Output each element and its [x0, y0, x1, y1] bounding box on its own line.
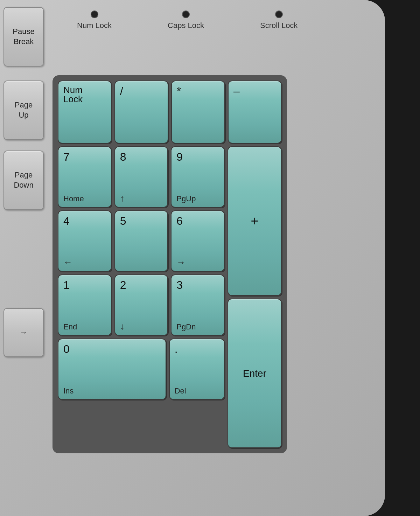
scroll-lock-led — [275, 11, 283, 18]
key-1[interactable]: 1 End — [58, 274, 112, 336]
enter-key[interactable]: Enter — [227, 299, 282, 448]
num-lock-key-label: NumLock — [63, 85, 106, 104]
multiply-label: * — [177, 85, 219, 97]
num-lock-label: Num Lock — [77, 21, 112, 30]
key-4[interactable]: 4 ← — [58, 210, 112, 272]
key-6-main: 6 — [176, 215, 219, 226]
pause-break-key[interactable]: PauseBreak — [4, 7, 44, 67]
key-dot-sub: Del — [175, 387, 219, 395]
page-up-label: PageUp — [15, 100, 33, 120]
key-7-sub: Home — [63, 195, 106, 203]
key-9[interactable]: 9 PgUp — [171, 146, 225, 208]
num-lock-key[interactable]: NumLock — [58, 81, 112, 144]
plus-label: + — [251, 214, 258, 229]
numpad-inner: NumLock / * – 7 — [58, 81, 282, 448]
numpad-row-4: 1 End 2 ↓ 3 PgDn — [58, 274, 225, 336]
key-dot[interactable]: . Del — [169, 339, 225, 400]
key-6[interactable]: 6 → — [171, 210, 225, 272]
key-8-sub: ↑ — [120, 194, 163, 203]
minus-key[interactable]: – — [228, 81, 282, 144]
scroll-lock-group: Scroll Lock — [260, 11, 298, 30]
numpad-row-1: NumLock / * – — [58, 81, 282, 144]
key-0-sub: Ins — [63, 387, 161, 395]
arrow-right-label: → — [20, 328, 28, 338]
key-4-sub: ← — [63, 258, 106, 267]
key-7-main: 7 — [63, 151, 106, 162]
caps-lock-group: Caps Lock — [168, 11, 204, 30]
numpad-row-2: 7 Home 8 ↑ 9 PgUp — [58, 146, 225, 208]
key-1-sub: End — [63, 323, 106, 331]
key-1-main: 1 — [63, 279, 106, 291]
key-9-main: 9 — [176, 151, 219, 162]
divide-label: / — [120, 85, 163, 97]
minus-label: – — [233, 85, 276, 97]
numpad-row-5: 0 Ins . Del — [58, 339, 225, 400]
key-5[interactable]: 5 — [114, 210, 168, 272]
arrow-right-key[interactable]: → — [4, 308, 44, 357]
key-0-main: 0 — [63, 343, 161, 355]
caps-lock-label: Caps Lock — [168, 21, 204, 30]
numpad: NumLock / * – 7 — [52, 75, 287, 453]
num-lock-led — [91, 11, 98, 18]
key-8[interactable]: 8 ↑ — [114, 146, 168, 208]
right-column: + Enter — [227, 146, 282, 448]
key-0[interactable]: 0 Ins — [58, 339, 166, 400]
led-area: Num Lock Caps Lock Scroll Lock — [77, 11, 298, 30]
key-9-sub: PgUp — [176, 195, 219, 203]
key-2-sub: ↓ — [120, 322, 163, 331]
numpad-row-3: 4 ← 5 6 → — [58, 210, 225, 272]
page-up-key[interactable]: PageUp — [4, 81, 44, 140]
key-4-main: 4 — [63, 215, 106, 226]
divide-key[interactable]: / — [114, 81, 168, 144]
key-3-sub: PgDn — [176, 323, 219, 331]
key-3[interactable]: 3 PgDn — [171, 274, 225, 336]
scroll-lock-label: Scroll Lock — [260, 21, 298, 30]
key-8-main: 8 — [120, 151, 163, 162]
key-6-sub: → — [176, 258, 219, 267]
rows-2-5-wrapper: 7 Home 8 ↑ 9 PgUp — [58, 146, 282, 448]
multiply-key[interactable]: * — [171, 81, 225, 144]
key-3-main: 3 — [176, 279, 219, 291]
key-2[interactable]: 2 ↓ — [114, 274, 168, 336]
pause-break-label: PauseBreak — [13, 27, 34, 47]
rows-2-5-main: 7 Home 8 ↑ 9 PgUp — [58, 146, 225, 448]
enter-label: Enter — [243, 368, 266, 379]
caps-lock-led — [182, 11, 190, 18]
num-lock-group: Num Lock — [77, 11, 112, 30]
plus-key[interactable]: + — [227, 146, 282, 296]
key-5-main: 5 — [120, 215, 163, 226]
page-down-label: PageDown — [14, 170, 33, 190]
key-dot-main: . — [175, 343, 219, 355]
key-7[interactable]: 7 Home — [58, 146, 112, 208]
key-2-main: 2 — [120, 279, 163, 291]
page-down-key[interactable]: PageDown — [4, 151, 44, 210]
keyboard-body: Num Lock Caps Lock Scroll Lock PauseBrea… — [0, 0, 385, 516]
